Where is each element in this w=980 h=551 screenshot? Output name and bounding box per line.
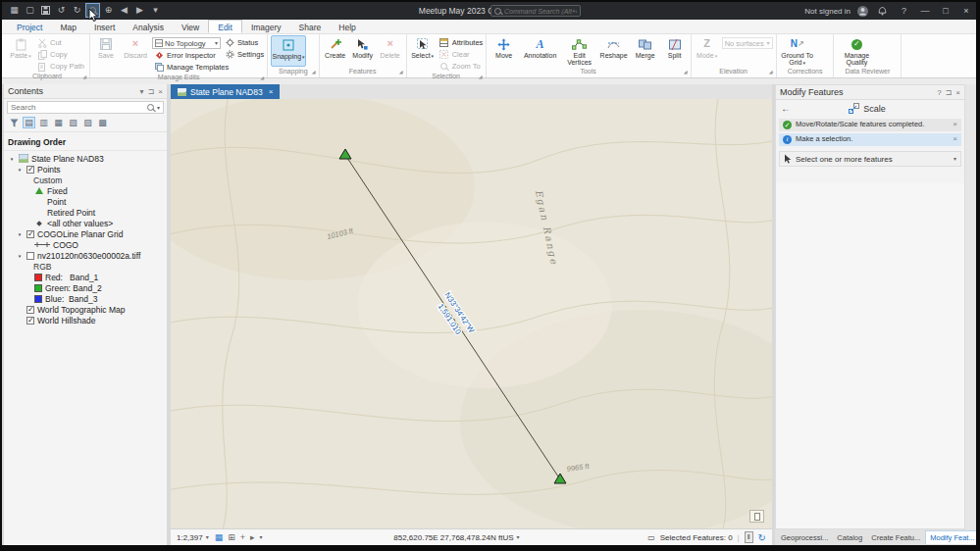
pointer-mode-icon[interactable]: ▸	[250, 532, 255, 542]
list-by-snapping-icon[interactable]: ▨	[81, 117, 94, 128]
reshape-tool-button[interactable]: Reshape	[599, 35, 629, 67]
contents-search-input[interactable]	[11, 103, 144, 112]
pin-icon[interactable]: ⊐	[946, 88, 953, 97]
move-tool-button[interactable]: Move	[490, 35, 519, 67]
explore-tool-icon[interactable]: ⊕	[101, 3, 116, 18]
merge-tool-button[interactable]: Merge	[631, 35, 660, 67]
select-button[interactable]: Select▾	[410, 35, 436, 72]
layer-cogoline[interactable]: COGOLine Planar Grid	[4, 228, 167, 239]
dock-tab-catalog[interactable]: Catalog	[833, 531, 866, 544]
expander-icon[interactable]	[8, 156, 16, 162]
selection-expander[interactable]: Select one or more features ▾	[779, 151, 961, 167]
dialog-launcher-icon[interactable]	[260, 75, 264, 80]
layer-topographic[interactable]: World Topographic Map	[4, 304, 167, 315]
scale-options-icon[interactable]: ▾	[260, 534, 263, 540]
help-icon[interactable]: ?	[937, 88, 941, 97]
refresh-view-button[interactable]: ↻	[758, 532, 766, 543]
pause-drawing-button[interactable]: ‖	[745, 531, 753, 543]
scale-select[interactable]: 1:2,397 ▾	[177, 533, 209, 542]
dialog-launcher-icon[interactable]	[312, 69, 316, 75]
annotation-tool-button[interactable]: A Annotation	[521, 35, 560, 67]
copy-button[interactable]: Copy	[35, 49, 86, 60]
dialog-launcher-icon[interactable]	[399, 69, 403, 75]
close-icon[interactable]: ×	[269, 87, 274, 96]
list-by-selection-icon[interactable]: ▦	[52, 117, 65, 128]
dismiss-message-icon[interactable]: ×	[953, 135, 957, 144]
tab-analysis[interactable]: Analysis	[124, 20, 173, 33]
layer-hillshade[interactable]: World Hillshade	[4, 315, 167, 326]
add-scale-icon[interactable]: +	[240, 532, 245, 542]
help-icon[interactable]: ?	[897, 4, 911, 19]
undo-icon[interactable]: ↺	[54, 3, 69, 18]
panel-menu-icon[interactable]: ▾	[140, 87, 144, 96]
topology-select[interactable]: No Topology ▾	[152, 37, 221, 49]
expander-icon[interactable]	[16, 253, 24, 259]
search-options-icon[interactable]: ▾	[157, 105, 160, 111]
legend-item-all-other[interactable]: <all other values>	[4, 218, 167, 228]
snap-grid-icon[interactable]: ⊞	[228, 532, 235, 542]
tab-view[interactable]: View	[173, 20, 208, 33]
points-visibility-checkbox[interactable]	[26, 166, 34, 174]
tab-map[interactable]: Map	[51, 20, 85, 33]
selected-features-count[interactable]: Selected Features: 0	[660, 533, 733, 542]
paste-button[interactable]: Paste▾	[8, 35, 33, 72]
tab-imagery[interactable]: Imagery	[242, 20, 290, 33]
new-project-icon[interactable]: ▢	[23, 3, 37, 18]
legend-item-point[interactable]: Point	[4, 196, 167, 207]
raster-visibility-checkbox[interactable]	[26, 252, 34, 260]
app-menu-icon[interactable]: ▦	[7, 3, 22, 18]
command-search[interactable]	[490, 5, 581, 17]
status-button[interactable]: Status	[223, 37, 264, 48]
edit-vertices-button[interactable]: Edit Vertices	[562, 35, 597, 67]
zoom-full-extent-icon[interactable]	[85, 3, 100, 18]
dismiss-message-icon[interactable]: ×	[953, 121, 957, 129]
grid-icon[interactable]: ▦	[215, 532, 224, 542]
restore-button[interactable]: □	[939, 6, 953, 16]
delete-features-button[interactable]: × Delete	[378, 35, 403, 67]
dock-tab-geoprocessing[interactable]: Geoprocessi...	[777, 531, 832, 544]
next-extent-icon[interactable]: ▶	[132, 3, 147, 18]
discard-edits-button[interactable]: × Discard	[121, 35, 150, 73]
coordinates-display[interactable]: 852,620.75E 27,768,478.24N ftUS ▾	[390, 533, 519, 542]
minimize-button[interactable]: —	[918, 6, 932, 16]
list-by-editing-icon[interactable]: ▧	[67, 117, 79, 128]
overview-toggle-button[interactable]	[749, 510, 764, 523]
surfaces-select[interactable]: No surfaces ▾	[722, 37, 773, 49]
settings-button[interactable]: Settings	[223, 49, 264, 60]
dock-tab-create-features[interactable]: Create Featu...	[867, 531, 924, 544]
layer-map-node[interactable]: State Plane NAD83	[4, 153, 167, 164]
dialog-launcher-icon[interactable]	[479, 74, 483, 79]
split-tool-button[interactable]: Split	[662, 35, 688, 67]
create-features-button[interactable]: Create	[323, 35, 348, 67]
account-avatar[interactable]	[857, 6, 868, 17]
layer-raster[interactable]: nv210120n0630e00002a.tiff	[4, 250, 167, 261]
clear-selection-button[interactable]: Clear	[438, 49, 483, 60]
cut-button[interactable]: Cut	[35, 37, 86, 48]
list-by-drawing-order-icon[interactable]: ▤	[23, 117, 35, 128]
view-tab-state-plane[interactable]: State Plane NAD83 ×	[171, 84, 280, 99]
legend-item-cogo[interactable]: COGO	[4, 239, 167, 250]
back-button[interactable]: ←	[781, 103, 791, 114]
dialog-launcher-icon[interactable]	[82, 74, 86, 79]
list-by-labeling-icon[interactable]: ▩	[96, 117, 109, 128]
zoom-to-button[interactable]: Zoom To	[438, 61, 483, 72]
tab-share[interactable]: Share	[290, 20, 331, 33]
copy-path-button[interactable]: Copy Path	[35, 61, 86, 72]
qat-customize-icon[interactable]: ▾	[148, 3, 163, 18]
chevron-down-icon[interactable]: ▾	[954, 156, 956, 162]
save-edits-button[interactable]: Save	[93, 35, 119, 73]
legend-item-retired-point[interactable]: Retired Point	[4, 207, 167, 218]
legend-item-fixed[interactable]: Fixed	[4, 185, 167, 196]
previous-extent-icon[interactable]: ◀	[117, 3, 131, 18]
redo-icon[interactable]: ↻	[70, 3, 84, 18]
pin-icon[interactable]: ⊐	[148, 87, 155, 96]
expander-icon[interactable]	[16, 167, 24, 173]
dialog-launcher-icon[interactable]	[684, 69, 688, 75]
dock-tab-modify-features[interactable]: Modify Feat...	[925, 530, 976, 544]
manage-quality-button[interactable]: ✓ Manage Quality	[837, 35, 876, 67]
manage-templates-button[interactable]: Manage Templates	[152, 62, 221, 73]
tab-help[interactable]: Help	[330, 20, 364, 33]
filter-icon[interactable]	[8, 117, 21, 128]
cogoline-visibility-checkbox[interactable]	[26, 230, 34, 238]
layer-points[interactable]: Points	[4, 164, 167, 175]
